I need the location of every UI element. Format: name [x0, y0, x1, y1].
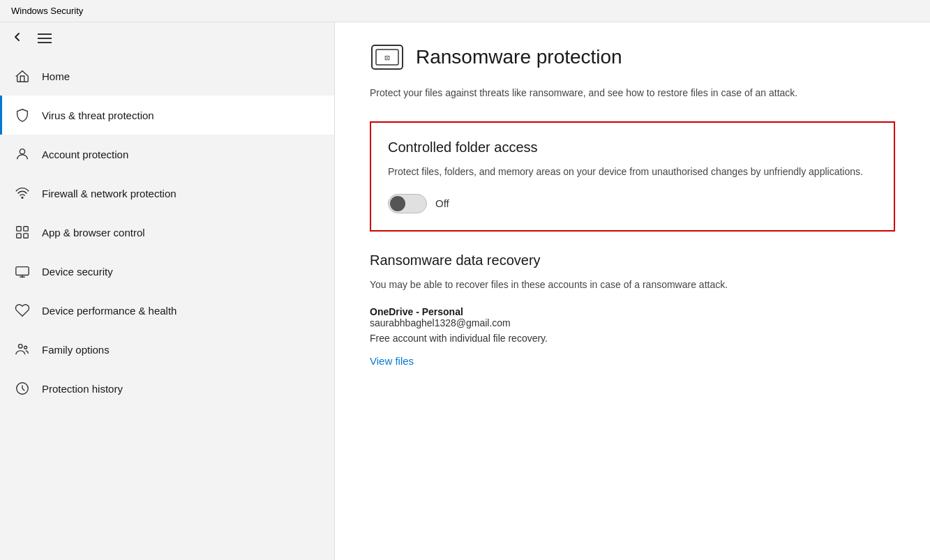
sidebar-item-account[interactable]: Account protection — [0, 135, 334, 174]
svg-text:⊡: ⊡ — [384, 53, 389, 63]
sidebar-item-firewall[interactable]: Firewall & network protection — [0, 174, 334, 213]
history-icon — [14, 380, 31, 397]
page-title: Ransomware protection — [416, 46, 622, 68]
family-icon — [14, 341, 31, 358]
toggle-label: Off — [435, 197, 449, 209]
wifi-icon — [14, 185, 31, 202]
controlled-access-title: Controlled folder access — [388, 139, 877, 156]
sidebar-item-virus[interactable]: Virus & threat protection — [0, 96, 334, 135]
sidebar-label-account: Account protection — [42, 149, 128, 160]
svg-point-1 — [22, 197, 23, 199]
svg-rect-2 — [17, 227, 21, 231]
svg-rect-3 — [24, 227, 28, 231]
svg-rect-4 — [17, 234, 21, 238]
sidebar-item-family[interactable]: Family options — [0, 330, 334, 369]
heart-icon — [14, 302, 31, 319]
app-title: Windows Security — [11, 6, 83, 16]
shield-icon — [14, 107, 31, 123]
recovery-description: You may be able to recover files in thes… — [370, 277, 895, 292]
menu-button[interactable] — [38, 33, 52, 43]
home-icon — [14, 68, 31, 84]
main-content: ⊡ Ransomware protection Protect your fil… — [335, 22, 930, 560]
person-icon — [14, 146, 31, 162]
sidebar-label-home: Home — [42, 70, 70, 82]
sidebar-label-app-browser: App & browser control — [42, 227, 145, 239]
sidebar-label-device-health: Device performance & health — [42, 305, 177, 317]
device-icon — [14, 263, 31, 280]
onedrive-email: saurabhbaghel1328@gmail.com — [370, 317, 895, 328]
nav-list: Home Virus & threat protection — [0, 51, 334, 414]
onedrive-desc: Free account with individual file recove… — [370, 333, 895, 344]
sidebar-label-virus: Virus & threat protection — [42, 109, 154, 121]
svg-rect-6 — [16, 267, 29, 275]
toggle-row: Off — [388, 194, 877, 213]
svg-point-8 — [24, 346, 27, 349]
sidebar-label-family: Family options — [42, 344, 110, 356]
controlled-folder-access-card: Controlled folder access Protect files, … — [370, 121, 895, 231]
svg-point-0 — [20, 149, 24, 154]
onedrive-info: OneDrive - Personal saurabhbaghel1328@gm… — [370, 306, 895, 328]
svg-rect-5 — [24, 234, 28, 238]
sidebar-label-device-security: Device security — [42, 266, 113, 278]
sidebar-label-firewall: Firewall & network protection — [42, 188, 177, 199]
toggle-track — [388, 194, 427, 213]
sidebar-top-actions — [0, 22, 334, 51]
sidebar-item-history[interactable]: Protection history — [0, 369, 334, 408]
sidebar-label-history: Protection history — [42, 383, 123, 395]
app-container: Home Virus & threat protection — [0, 22, 930, 560]
onedrive-name: OneDrive - Personal — [370, 306, 895, 317]
toggle-thumb — [390, 196, 405, 211]
page-header: ⊡ Ransomware protection — [370, 43, 895, 71]
back-button[interactable] — [11, 31, 24, 45]
app-icon — [14, 224, 31, 241]
folder-access-toggle[interactable] — [388, 194, 427, 213]
sidebar-item-home[interactable]: Home — [0, 56, 334, 96]
svg-point-7 — [19, 345, 23, 349]
controlled-access-description: Protect files, folders, and memory areas… — [388, 164, 877, 179]
view-files-link[interactable]: View files — [370, 355, 414, 367]
page-icon: ⊡ — [370, 43, 405, 71]
sidebar: Home Virus & threat protection — [0, 22, 335, 560]
recovery-title: Ransomware data recovery — [370, 252, 895, 268]
sidebar-item-device-health[interactable]: Device performance & health — [0, 291, 334, 330]
sidebar-item-app-browser[interactable]: App & browser control — [0, 213, 334, 252]
page-description: Protect your files against threats like … — [370, 85, 895, 100]
title-bar: Windows Security — [0, 0, 930, 22]
sidebar-item-device-security[interactable]: Device security — [0, 252, 334, 291]
